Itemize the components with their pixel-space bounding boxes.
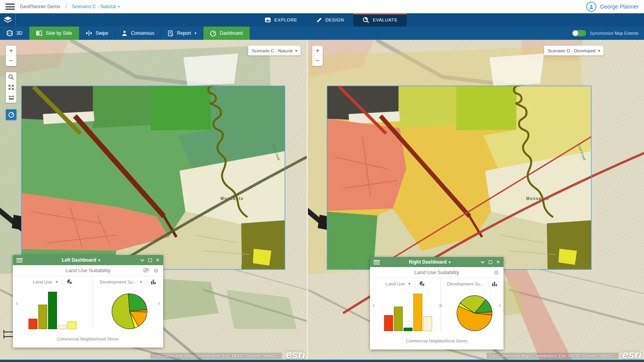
bar-chart-icon[interactable] [151, 279, 157, 285]
dashboard-footer-label: Commercial Neighborhood Stores [370, 332, 503, 350]
zoom-in-button[interactable]: + [6, 46, 16, 56]
zoom-out-button[interactable]: − [312, 56, 323, 66]
next-widget-chevron[interactable]: › [158, 300, 160, 307]
development-suitability-pie-chart[interactable] [93, 288, 163, 330]
chevron-down-icon[interactable]: ▼ [55, 280, 59, 284]
pencil-icon [316, 17, 322, 23]
development-suitability-widget: Development Su... [441, 278, 503, 332]
left-scenario-selector[interactable]: Scenario C - Natural▾ [248, 46, 301, 55]
full-extent-icon[interactable] [6, 82, 16, 93]
left-map-attribution: Esri Community Maps Contributors, Esri, … [150, 349, 305, 359]
bar-segment [58, 325, 67, 329]
sync-extents-label: Synchronize Map Extents [590, 31, 639, 36]
chevron-down-icon: ▾ [118, 5, 120, 9]
sync-extents-control: Synchronize Map Extents [572, 27, 644, 40]
right-dashboard-header[interactable]: Right Dashboard ▼ ✕ [370, 257, 503, 267]
evaluate-pie-magnifier-icon [363, 17, 369, 23]
collapse-icon[interactable] [480, 261, 485, 264]
hamburger-menu-icon[interactable] [5, 4, 15, 10]
gauge-icon [210, 30, 216, 36]
globe-icon [7, 30, 13, 36]
mode-tabs: EXPLORE DESIGN EVALUATE [255, 13, 407, 27]
widget-select[interactable]: Development Su... [447, 282, 484, 286]
tab-design[interactable]: DESIGN [307, 13, 354, 27]
breadcrumb-separator: / [66, 4, 67, 9]
zoom-out-button[interactable]: − [6, 56, 16, 66]
esri-logo: POWERED BY esri [622, 349, 642, 359]
collapse-widget-chevron[interactable]: « [439, 302, 443, 309]
prev-widget-chevron[interactable]: ‹ [16, 300, 18, 307]
measure-icon[interactable] [6, 93, 16, 103]
chevron-down-icon[interactable]: ▼ [139, 280, 143, 284]
maximize-icon[interactable] [148, 259, 152, 262]
land-use-widget: Land Use ▼ [13, 276, 93, 330]
pie-chart-icon[interactable] [67, 279, 73, 285]
bottom-status-bar [0, 360, 644, 362]
side-by-side-icon [36, 30, 42, 36]
bar-segment [68, 321, 76, 329]
widget-select[interactable]: Land Use [386, 282, 405, 286]
left-map-tools [6, 72, 16, 103]
pie-chart-icon[interactable] [419, 281, 425, 287]
3d-button[interactable]: 3D [0, 27, 29, 40]
prev-widget-chevron[interactable]: ‹ [373, 302, 375, 309]
chevron-down-icon[interactable]: ▼ [407, 282, 411, 286]
map-workspace: Monsanto Seal Creek + − Scenario C - Nat… [0, 40, 644, 362]
side-by-side-button[interactable]: Side by Side [29, 27, 79, 40]
right-zoom-controls: + − [312, 46, 323, 66]
layers-icon[interactable] [0, 13, 16, 27]
dashboard-title-menu[interactable]: Right Dashboard ▼ [380, 259, 480, 265]
zoom-in-button[interactable]: + [312, 46, 323, 56]
chevron-down-icon: ▼ [98, 259, 101, 262]
bar-chart-icon[interactable] [492, 281, 498, 287]
dashboard-tool-icon[interactable] [6, 109, 16, 120]
evaluate-toolbar: 3D Side by Side Swipe Consensus Report ▾… [0, 27, 644, 40]
search-icon[interactable] [6, 72, 16, 82]
visibility-off-icon[interactable] [143, 267, 149, 274]
close-icon[interactable]: ✕ [156, 257, 160, 263]
widget-select[interactable]: Development Su... [100, 280, 137, 284]
maximize-icon[interactable] [489, 260, 492, 264]
dashboard-title-menu[interactable]: Left Dashboard ▼ [23, 257, 140, 263]
land-use-widget: Land Use ▼ [370, 278, 441, 332]
dashboard-menu-icon[interactable] [374, 260, 380, 264]
collapse-icon[interactable] [140, 259, 144, 262]
right-map-panel: Monsanto Seal Creek + − Scenario D - Dev… [308, 40, 644, 362]
widget-select[interactable]: Land Use [33, 280, 52, 284]
consensus-button[interactable]: Consensus [115, 27, 161, 40]
user-name: George Planner [600, 4, 639, 10]
breadcrumb-app-title: GeoPlanner Demo [20, 4, 60, 9]
tab-evaluate[interactable]: EVALUATE [353, 13, 407, 27]
report-button[interactable]: Report ▾ [161, 27, 203, 40]
dashboard-widgets: ‹ › Land Use ▼ Development Su... [13, 276, 163, 330]
close-icon[interactable]: ✕ [496, 259, 500, 265]
gear-icon[interactable]: ⚙ [153, 267, 158, 274]
left-dashboard-header[interactable]: Left Dashboard ▼ ✕ [13, 255, 163, 265]
bar-segment [423, 316, 432, 331]
gear-icon[interactable]: ⚙ [494, 269, 499, 276]
report-document-icon [168, 30, 173, 36]
swipe-button[interactable]: Swipe [79, 27, 116, 40]
left-map-panel: Monsanto Seal Creek + − Scenario C - Nat… [0, 40, 307, 362]
land-use-bar-chart[interactable] [370, 290, 441, 332]
breadcrumb-scenario-menu[interactable]: Scenario C - Natural▾ [72, 4, 120, 9]
dashboard-panel-title: Land Use Suitability [13, 267, 163, 273]
dashboard-button[interactable]: Dashboard [203, 27, 250, 40]
development-suitability-pie-chart[interactable] [441, 290, 503, 332]
tab-explore[interactable]: EXPLORE [255, 13, 307, 27]
swipe-arrows-icon [86, 30, 92, 36]
bar-segment [28, 319, 37, 329]
user-menu[interactable]: George Planner [586, 2, 639, 12]
right-scenario-selector[interactable]: Scenario D - Developed▾ [544, 46, 603, 55]
dashboard-menu-icon[interactable] [16, 258, 23, 262]
land-use-bar-chart[interactable] [13, 288, 93, 330]
chevron-down-icon: ▾ [295, 49, 297, 53]
next-widget-chevron[interactable]: › [499, 302, 501, 309]
panel-divider [307, 40, 308, 362]
user-avatar-icon [586, 2, 596, 12]
main-navbar: EXPLORE DESIGN EVALUATE [0, 13, 644, 27]
map-label-monsanto: Monsanto [221, 196, 244, 201]
sync-extents-toggle[interactable] [572, 30, 586, 36]
bar-segment [413, 294, 422, 331]
right-dashboard-window: Right Dashboard ▼ ✕ Land Use Suitability… [370, 257, 503, 350]
